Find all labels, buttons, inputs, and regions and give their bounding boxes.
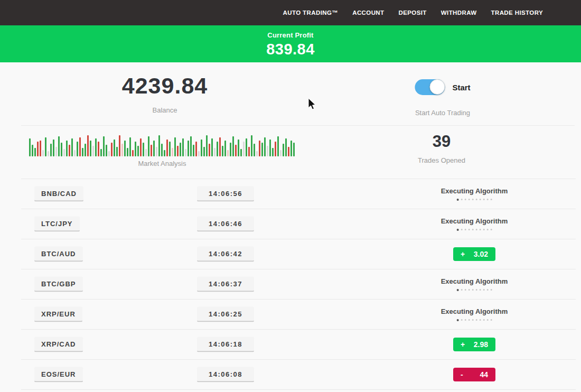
chart-bar <box>283 144 284 156</box>
chart-bar <box>164 150 165 156</box>
chart-bar <box>106 145 107 156</box>
chart-bar <box>185 149 186 156</box>
chart-bar <box>269 139 271 156</box>
progress-dot <box>472 319 473 321</box>
auto-trading-toggle[interactable] <box>415 79 445 95</box>
progress-dots <box>441 319 508 321</box>
progress-dot <box>461 319 462 321</box>
result-value: 44 <box>480 370 488 379</box>
progress-dot <box>479 319 481 321</box>
chart-bar <box>58 136 60 156</box>
progress-dot <box>456 199 458 201</box>
progress-dot <box>468 199 470 200</box>
table-row: BTC/AUD14:06:42+3.02 <box>0 239 581 269</box>
result-sign: + <box>461 340 465 349</box>
status-cell: +3.02 <box>453 247 495 261</box>
chart-bar <box>127 148 128 156</box>
progress-dot <box>472 289 473 291</box>
progress-dot <box>468 229 470 230</box>
chart-bar <box>227 150 229 156</box>
progress-dot <box>483 199 484 200</box>
progress-dots <box>441 229 508 231</box>
status-cell: -44 <box>453 368 495 381</box>
chart-bar <box>293 143 295 156</box>
pair-badge: XRP/CAD <box>34 337 83 352</box>
progress-dot <box>483 319 484 321</box>
progress-dot <box>456 319 458 321</box>
mouse-cursor <box>308 98 316 111</box>
result-sign: - <box>461 370 463 379</box>
progress-dot <box>490 199 492 200</box>
chart-bar <box>137 146 139 156</box>
chart-bar <box>103 136 105 156</box>
chart-bar <box>111 143 113 156</box>
chart-bar <box>132 150 134 156</box>
pair-badge: BNB/CAD <box>34 186 83 201</box>
stats-row-balance: 4239.84 Balance Start Start Auto Trading <box>0 62 581 125</box>
chart-bar <box>195 142 197 156</box>
nav-item-auto-trading[interactable]: AUTO TRADING™ <box>283 10 339 16</box>
chart-bar <box>261 143 263 156</box>
chart-bar <box>151 145 152 156</box>
chart-bar <box>277 136 279 156</box>
pair-badge: LTC/JPY <box>34 216 80 231</box>
chart-bar <box>124 141 126 156</box>
progress-dot <box>475 229 477 230</box>
time-badge: 14:06:46 <box>197 216 254 231</box>
progress-dot <box>486 199 488 200</box>
profit-badge: +3.02 <box>453 247 495 261</box>
chart-bar <box>74 150 76 156</box>
chart-bar <box>254 144 255 156</box>
progress-dot <box>479 289 481 291</box>
chart-bar <box>174 137 176 156</box>
executing-algorithm-label: Executing Algorithm <box>441 217 508 225</box>
chart-bar <box>182 138 184 156</box>
nav-item-withdraw[interactable]: WITHDRAW <box>441 10 477 16</box>
progress-dot <box>483 289 484 291</box>
stats-row-market: Market Analysis 39 Trades Opened <box>0 126 581 179</box>
nav-item-trade-history[interactable]: TRADE HISTORY <box>491 10 543 16</box>
chart-bar <box>29 138 31 156</box>
progress-dot <box>468 289 470 291</box>
chart-bar <box>98 142 99 156</box>
chart-bar <box>32 145 33 156</box>
chart-bar <box>82 148 83 156</box>
chart-bar <box>288 147 289 156</box>
progress-dot <box>475 199 477 200</box>
chart-bar <box>63 149 65 156</box>
chart-bar <box>172 148 173 156</box>
divider <box>0 389 581 390</box>
loss-badge: -44 <box>453 368 495 381</box>
trades-opened-label: Trades Opened <box>418 156 465 164</box>
progress-dot <box>461 229 462 230</box>
progress-dot <box>490 229 492 230</box>
table-row: EOS/EUR14:06:08-44 <box>0 359 581 389</box>
chart-bar <box>188 141 189 156</box>
current-profit-value: 839.84 <box>0 41 581 58</box>
status-cell: +2.98 <box>453 338 495 351</box>
chart-bar <box>87 135 89 156</box>
chart-bar <box>153 141 155 156</box>
table-row: BNB/CAD14:06:56Executing Algorithm <box>0 179 581 209</box>
chart-bar <box>177 146 179 156</box>
result-sign: + <box>461 250 465 258</box>
chart-bar <box>280 150 282 156</box>
progress-dot <box>461 289 462 291</box>
chart-bar <box>140 138 142 156</box>
chart-bar <box>190 136 192 156</box>
chart-bar <box>108 151 110 156</box>
chart-bar <box>129 137 131 156</box>
chart-bar <box>148 136 149 156</box>
status-cell: Executing Algorithm <box>441 217 508 231</box>
chart-bar <box>222 146 223 156</box>
profit-banner: Current Profit 839.84 <box>0 25 581 62</box>
nav-item-account[interactable]: ACCOUNT <box>352 10 384 16</box>
chart-bar <box>69 145 70 156</box>
pair-badge: BTC/GBP <box>34 276 83 292</box>
result-value: 3.02 <box>474 250 488 258</box>
chart-bar <box>95 138 97 156</box>
chart-bar <box>198 151 200 156</box>
nav-item-deposit[interactable]: DEPOSIT <box>399 10 427 16</box>
progress-dot <box>472 199 473 200</box>
time-badge: 14:06:18 <box>197 337 254 352</box>
